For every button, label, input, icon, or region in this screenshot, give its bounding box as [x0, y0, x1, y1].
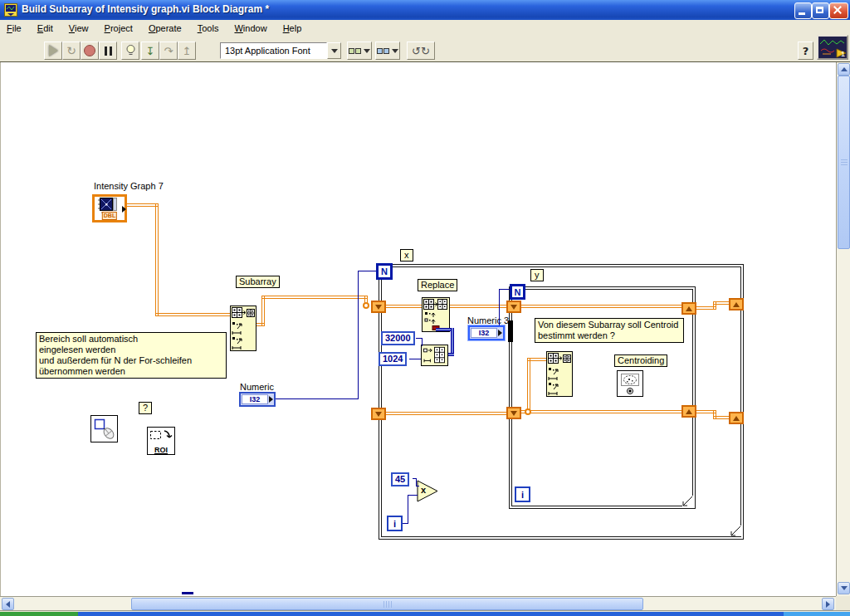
orange-wire-segment[interactable]	[713, 416, 729, 419]
replace-label[interactable]: Replace	[418, 279, 457, 291]
run-button[interactable]	[44, 42, 62, 60]
scroll-left-button[interactable]	[2, 598, 14, 610]
scroll-right-button[interactable]	[822, 598, 834, 610]
blue-wire-segment[interactable]	[422, 338, 423, 346]
font-selector[interactable]: 13pt Application Font	[220, 42, 327, 59]
taskbar-tray-edge[interactable]	[784, 612, 850, 616]
maximize-button[interactable]	[812, 2, 829, 19]
inner-loop-iteration-terminal[interactable]: i	[515, 486, 530, 502]
numeric3-terminal[interactable]: I32	[468, 325, 505, 340]
shift-register-right[interactable]	[681, 302, 696, 315]
outer-loop-count-terminal[interactable]: N	[376, 263, 393, 280]
array-subset-node[interactable]	[546, 351, 573, 397]
blue-wire-segment[interactable]	[276, 398, 359, 399]
block-diagram-canvas[interactable]: Intensity Graph 7 DBL Subarray	[0, 62, 836, 596]
taskbar-start-edge[interactable]	[0, 612, 78, 616]
orange-wire-segment[interactable]	[261, 296, 265, 326]
orange-wire-segment[interactable]	[450, 305, 506, 308]
scroll-down-button[interactable]	[838, 582, 850, 594]
intensity-graph-label[interactable]: Intensity Graph 7	[94, 181, 164, 191]
comment-box[interactable]: Bereich soll automatisch eingelesen werd…	[36, 332, 227, 379]
horizontal-scrollbar-thumb[interactable]	[131, 598, 643, 610]
constant-32000[interactable]: 32000	[381, 331, 415, 345]
blue-wire-segment[interactable]	[358, 271, 359, 399]
orange-wire-segment[interactable]	[386, 412, 506, 415]
abort-button[interactable]	[81, 42, 99, 60]
thick-blue-wire-segment[interactable]	[451, 328, 454, 356]
shift-register-right[interactable]	[729, 298, 744, 310]
menu-view[interactable]: View	[62, 20, 95, 33]
menu-file[interactable]: File	[0, 20, 28, 33]
replace-array-subset-node[interactable]	[422, 297, 450, 332]
orange-wire-segment[interactable]	[155, 203, 159, 316]
blue-wire-segment[interactable]	[409, 359, 421, 359]
multiply-node[interactable]: x	[417, 480, 439, 502]
numeric3-label[interactable]: Numeric 3	[467, 315, 509, 325]
menu-project[interactable]: Project	[98, 20, 139, 33]
mouse-select-node[interactable]	[90, 415, 118, 442]
menu-window[interactable]: Window	[227, 20, 273, 33]
shift-register-left[interactable]	[506, 407, 521, 419]
font-selector-dropdown-button[interactable]	[327, 42, 341, 59]
step-out-button[interactable]: ↥	[178, 42, 196, 60]
blue-wire-segment[interactable]	[408, 495, 408, 524]
scroll-up-button[interactable]	[838, 63, 850, 76]
vertical-scrollbar-thumb[interactable]	[838, 76, 850, 249]
loop-resize-corner[interactable]	[730, 526, 741, 536]
y-loop-label[interactable]: y	[530, 269, 544, 281]
shift-register-right[interactable]	[729, 412, 744, 424]
centroiding-label[interactable]: Centroiding	[614, 354, 667, 367]
minimize-button[interactable]	[794, 2, 812, 19]
thick-blue-wire-segment[interactable]	[436, 328, 452, 331]
orange-wire-segment[interactable]	[261, 296, 368, 299]
shift-register-right[interactable]	[681, 405, 696, 418]
initialize-array-node[interactable]	[421, 345, 448, 366]
orange-wire-segment[interactable]	[521, 305, 681, 308]
pause-button[interactable]	[99, 42, 117, 60]
taskbar[interactable]	[78, 612, 784, 616]
title-bar[interactable]: Build Subarray of Intensity graph.vi Blo…	[0, 0, 850, 20]
constant-45[interactable]: 45	[391, 472, 409, 486]
shift-register-left[interactable]	[371, 408, 386, 420]
orange-wire-segment[interactable]	[527, 358, 530, 413]
question-label[interactable]: ?	[139, 402, 152, 414]
loop-resize-corner[interactable]	[682, 496, 693, 506]
numeric-label[interactable]: Numeric	[240, 382, 274, 392]
align-objects-button[interactable]	[347, 42, 372, 60]
run-continuous-button[interactable]: ↻	[62, 42, 81, 60]
step-over-button[interactable]: ↷	[159, 42, 178, 60]
wire-junction[interactable]	[363, 302, 369, 309]
array-subset-node[interactable]	[230, 306, 256, 351]
distribute-objects-button[interactable]	[375, 42, 400, 60]
subarray-label[interactable]: Subarray	[236, 276, 280, 288]
menu-tools[interactable]: Tools	[191, 20, 226, 33]
roi-node[interactable]: ROI	[147, 427, 175, 455]
x-loop-label[interactable]: x	[400, 249, 413, 262]
numeric-terminal[interactable]: I32	[239, 392, 276, 407]
highlight-execution-button[interactable]	[121, 42, 139, 60]
orange-wire-segment[interactable]	[155, 313, 231, 316]
inner-loop-count-terminal[interactable]: N	[510, 284, 525, 300]
wire-stub[interactable]	[182, 592, 193, 594]
orange-wire-segment[interactable]	[521, 410, 681, 413]
menu-help[interactable]: Help	[276, 20, 309, 33]
horizontal-scrollbar[interactable]	[0, 596, 836, 610]
outer-loop-iteration-terminal[interactable]: i	[387, 516, 403, 531]
shift-register-left[interactable]	[371, 301, 386, 313]
menu-operate[interactable]: Operate	[142, 20, 188, 33]
close-button[interactable]	[829, 2, 848, 19]
blue-wire-segment[interactable]	[499, 289, 510, 290]
blue-wire-segment[interactable]	[408, 495, 418, 496]
orange-wire-segment[interactable]	[386, 305, 422, 308]
menu-edit[interactable]: Edit	[31, 20, 60, 33]
blue-wire-segment[interactable]	[416, 486, 419, 486]
vi-icon-button[interactable]: 1	[817, 35, 848, 60]
centroiding-node[interactable]	[617, 370, 643, 397]
reorder-button[interactable]: ↺↻	[407, 42, 435, 60]
orange-wire-segment[interactable]	[713, 301, 729, 305]
thick-blue-wire-segment[interactable]	[448, 353, 454, 356]
step-into-button[interactable]: ↧	[141, 42, 159, 60]
help-button[interactable]: ?	[798, 42, 813, 60]
orange-wire-segment[interactable]	[127, 203, 159, 207]
shift-register-left[interactable]	[506, 301, 521, 313]
